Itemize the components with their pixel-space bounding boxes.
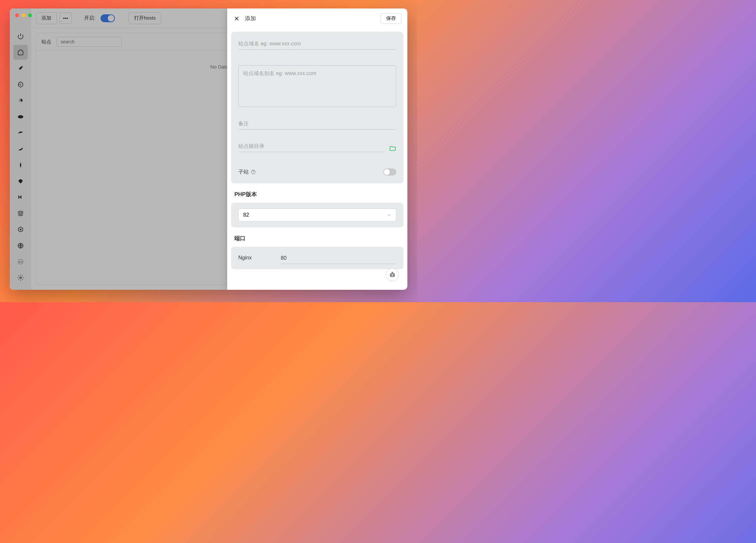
window-minimize-icon[interactable] [22,13,25,17]
drawer-header: 添加 保存 [227,8,407,28]
port-nginx-row: Nginx [231,247,403,265]
subsite-label-group: 子站 [238,169,256,176]
close-icon [233,15,240,22]
drawer-title: 添加 [245,15,256,22]
add-drawer: 添加 保存 子站 [227,8,407,290]
chevron-down-icon [387,213,391,217]
php-select[interactable]: 82 [238,209,396,222]
drawer-body: 子站 PHP版本 82 端口 Nginx [227,28,407,290]
window-close-icon[interactable] [15,13,19,17]
robot-icon [389,271,396,278]
save-button[interactable]: 保存 [381,13,402,24]
remark-input[interactable] [238,120,396,130]
php-card: 82 [231,203,403,228]
app-window: DNS 添加 ••• 开启: 打开hosts 站点 php版本 No Data [10,8,407,290]
alias-box [238,65,396,107]
root-dir-input[interactable] [238,142,385,152]
port-nginx-label: Nginx [238,255,268,264]
port-nginx-input[interactable] [281,254,396,264]
subsite-label: 子站 [238,169,249,176]
subsite-toggle[interactable] [383,168,396,176]
assistant-button[interactable] [386,268,399,281]
window-maximize-icon[interactable] [28,13,32,17]
domain-input[interactable] [238,40,396,50]
root-row [238,142,396,152]
svg-point-10 [393,275,394,275]
site-info-card: 子站 [231,32,403,184]
alias-textarea[interactable] [239,66,396,105]
traffic-lights [15,13,32,17]
help-icon[interactable] [251,169,256,175]
port-section-title: 端口 [231,228,403,242]
subsite-row: 子站 [238,168,396,176]
php-value: 82 [243,212,249,218]
folder-icon[interactable] [389,145,396,152]
php-section-title: PHP版本 [231,184,403,198]
close-button[interactable] [233,15,240,22]
port-card: Nginx [231,247,403,269]
svg-point-9 [391,275,392,275]
